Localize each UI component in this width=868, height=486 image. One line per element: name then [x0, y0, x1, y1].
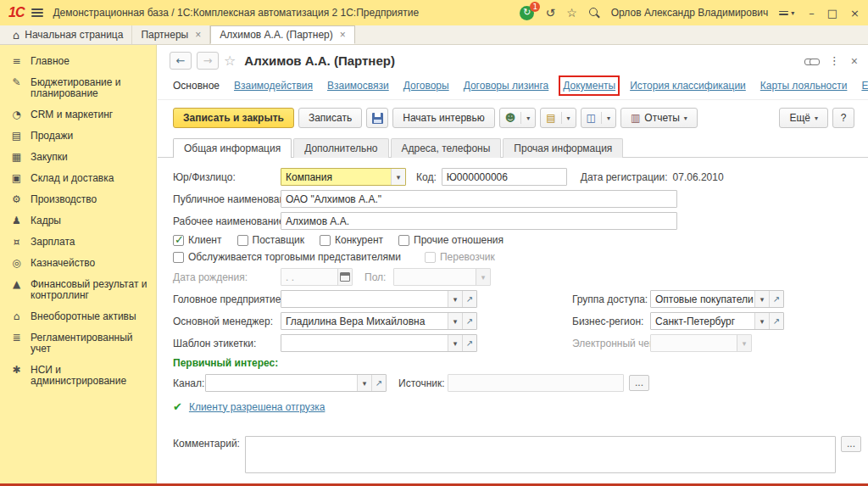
nav-link-interactions[interactable]: Взаимодействия	[234, 80, 313, 92]
entity-type-combo[interactable]: Компания ▾	[281, 168, 406, 186]
save-and-close-button[interactable]: Записать и закрыть	[173, 108, 294, 128]
chevron-down-icon[interactable]: ▾	[391, 169, 405, 185]
source-select-button[interactable]: ...	[629, 375, 649, 391]
comment-expand-button[interactable]: ...	[841, 436, 861, 452]
save-button[interactable]: Записать	[298, 108, 362, 128]
save-icon-button[interactable]	[366, 108, 388, 128]
chevron-down-icon[interactable]: ▾	[476, 269, 490, 285]
chevron-down-icon[interactable]: ▾	[754, 313, 769, 329]
open-icon[interactable]: ↗	[769, 313, 783, 329]
sidebar-item-financial-result[interactable]: ▲Финансовый результат и контроллинг	[0, 274, 156, 306]
forward-button[interactable]: →	[197, 52, 219, 70]
sidebar-item-nsi-admin[interactable]: ✱НСИ и администрирование	[0, 360, 156, 392]
manager-combo[interactable]: Гладилина Вера Михайловна ▾ ↗	[281, 312, 477, 330]
open-icon[interactable]: ↗	[462, 335, 476, 351]
open-icon[interactable]: ↗	[462, 313, 476, 329]
sidebar-item-fixed-assets[interactable]: ⌂Внеоборотные активы	[0, 306, 156, 327]
sidebar-item-hr[interactable]: ♟Кадры	[0, 210, 156, 232]
create-based-on-button[interactable]: ▤▾	[540, 108, 576, 128]
sidebar-item-sales[interactable]: ▤Продажи	[0, 126, 156, 147]
history-icon[interactable]: ↺	[545, 7, 555, 19]
minimize-button[interactable]: –	[809, 7, 815, 20]
chevron-down-icon[interactable]: ▾	[357, 375, 371, 391]
nav-link-leasing-contracts[interactable]: Договоры лизинга	[464, 80, 549, 92]
search-icon[interactable]	[588, 7, 600, 19]
head-company-combo[interactable]: ▾ ↗	[281, 290, 477, 308]
competitor-checkbox[interactable]: Конкурент	[320, 234, 383, 246]
nav-link-main[interactable]: Основное	[173, 80, 220, 92]
carrier-checkbox[interactable]: Перевозчик	[425, 251, 495, 263]
public-name-input[interactable]: ОАО "Алхимов А.А."	[281, 190, 677, 208]
help-button[interactable]: ?	[832, 108, 854, 128]
user-menu[interactable]: Орлов Александр Владимирович	[611, 7, 769, 19]
channel-combo[interactable]: ▾ ↗	[205, 374, 387, 392]
start-interview-button[interactable]: Начать интервью	[392, 108, 495, 128]
chevron-down-icon[interactable]: ▾	[448, 291, 462, 307]
access-group-combo[interactable]: Оптовые покупатели ▾ ↗	[650, 290, 784, 308]
chevron-down-icon[interactable]: ▾	[737, 335, 751, 351]
business-region-combo[interactable]: Санкт-Петербург ▾ ↗	[650, 312, 784, 330]
nav-link-relations[interactable]: Взаимосвязи	[327, 80, 389, 92]
open-icon[interactable]: ↗	[462, 291, 476, 307]
sidebar-item-regulated-accounting[interactable]: ≣Регламентированный учет	[0, 327, 156, 360]
favorite-star-icon[interactable]: ☆	[224, 53, 236, 69]
other-relations-checkbox[interactable]: Прочие отношения	[398, 234, 504, 246]
chevron-down-icon[interactable]: ▾	[448, 335, 462, 351]
open-icon[interactable]: ↗	[769, 291, 783, 307]
report-icon: ▥	[631, 113, 640, 123]
close-form-button[interactable]: ×	[851, 54, 858, 68]
1c-logo-icon: 1С	[8, 5, 24, 20]
supplier-checkbox[interactable]: Поставщик	[237, 234, 305, 246]
close-tab-icon[interactable]: ×	[340, 29, 346, 41]
reports-button[interactable]: ▥Отчеты▾	[620, 108, 698, 128]
get-link-icon[interactable]	[804, 57, 818, 65]
client-checkbox[interactable]: ✓ Клиент	[173, 234, 222, 246]
tab-general-info[interactable]: Общая информация	[173, 138, 292, 158]
shipping-allowed-link[interactable]: Клиенту разрешена отгрузка	[189, 401, 325, 413]
main-menu-icon[interactable]	[31, 7, 43, 19]
copy-button[interactable]: ◫▾	[581, 108, 616, 128]
gender-combo[interactable]: ▾	[393, 268, 491, 286]
open-icon[interactable]: ↗	[371, 375, 386, 391]
tab-addresses-phones[interactable]: Адреса, телефоны	[391, 138, 502, 158]
service-messages-icon[interactable]: ↻ 1	[520, 6, 534, 20]
sidebar-item-treasury[interactable]: ◎Казначейство	[0, 253, 156, 274]
sidebar-item-payroll[interactable]: ¤Зарплата	[0, 232, 156, 253]
nav-link-contracts[interactable]: Договоры	[403, 80, 449, 92]
close-tab-icon[interactable]: ×	[195, 29, 201, 41]
favorites-star-icon[interactable]: ☆	[566, 7, 577, 19]
tab-additional[interactable]: Дополнительно	[293, 138, 388, 158]
sidebar-item-warehouse[interactable]: ▣Склад и доставка	[0, 168, 156, 189]
work-name-input[interactable]: Алхимов А.А.	[281, 212, 677, 230]
view-settings-icon[interactable]: ▾	[779, 9, 794, 17]
more-menu-icon[interactable]: ⋮	[829, 54, 840, 67]
chevron-down-icon[interactable]: ▾	[754, 291, 769, 307]
close-window-button[interactable]: ×	[850, 7, 860, 20]
sidebar-item-crm[interactable]: ◔CRM и маркетинг	[0, 104, 156, 126]
chevron-down-icon[interactable]: ▾	[448, 313, 462, 329]
tab-partners[interactable]: Партнеры ×	[132, 25, 210, 44]
sales-rep-checkbox[interactable]: Обслуживается торговыми представителями	[173, 251, 401, 263]
source-input[interactable]	[448, 374, 624, 392]
maximize-button[interactable]: □	[827, 7, 837, 20]
sidebar-item-production[interactable]: ⚙Производство	[0, 189, 156, 210]
tab-other-info[interactable]: Прочая информация	[503, 138, 623, 158]
calendar-icon[interactable]	[337, 269, 352, 285]
more-button[interactable]: Ещё▾	[779, 108, 828, 128]
comment-input[interactable]	[245, 436, 836, 473]
label-template-combo[interactable]: ▾ ↗	[281, 334, 477, 352]
tab-home[interactable]: ⌂ Начальная страница	[4, 25, 132, 44]
contact-person-button[interactable]: ☻▾	[499, 108, 537, 128]
sidebar-item-budgeting[interactable]: ✎Бюджетирование и планирование	[0, 72, 156, 104]
nav-link-loyalty-cards[interactable]: Карты лояльности	[760, 80, 848, 92]
code-input[interactable]: Ю000000006	[442, 168, 567, 186]
sidebar-item-purchases[interactable]: ▦Закупки	[0, 147, 156, 168]
tab-partner-alkhimov[interactable]: Алхимов А.А. (Партнер) ×	[210, 25, 355, 44]
nav-link-more[interactable]: Ещё...	[861, 80, 868, 92]
birthdate-input[interactable]: . .	[281, 268, 353, 286]
nav-link-documents[interactable]: Документы	[563, 80, 615, 92]
back-button[interactable]: ←	[170, 52, 192, 70]
sidebar-item-main[interactable]: ≡Главное	[0, 51, 156, 72]
nav-link-classification-history[interactable]: История классификации	[630, 80, 746, 92]
e-receipt-combo[interactable]: ▾	[650, 334, 752, 352]
